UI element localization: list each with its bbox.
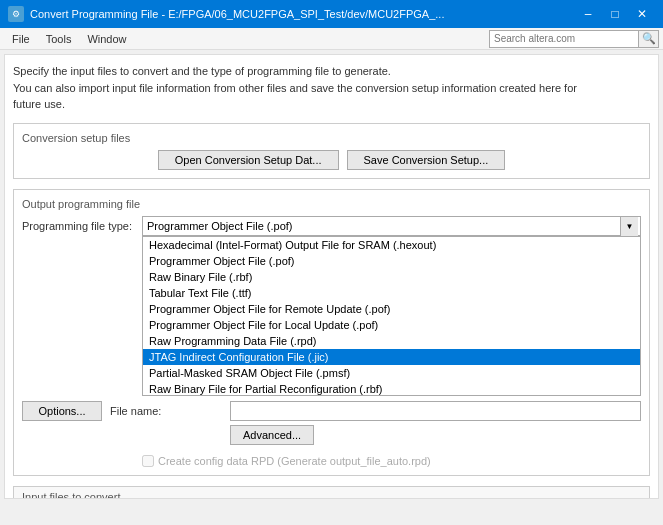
menu-tools[interactable]: Tools	[38, 31, 80, 47]
selected-file-type: Programmer Object File (.pof)	[147, 220, 292, 232]
close-button[interactable]: ✕	[629, 4, 655, 24]
checkbox-label: Create config data RPD (Generate output_…	[158, 455, 431, 467]
main-content: Specify the input files to convert and t…	[4, 54, 659, 499]
menu-bar: File Tools Window 🔍	[0, 28, 663, 50]
app-icon: ⚙	[8, 6, 24, 22]
input-section: Input files to convert File/Data area Pr…	[13, 486, 650, 500]
menu-file[interactable]: File	[4, 31, 38, 47]
minimize-button[interactable]: –	[575, 4, 601, 24]
menu-window[interactable]: Window	[79, 31, 134, 47]
maximize-button[interactable]: □	[602, 4, 628, 24]
file-type-dropdown[interactable]: Hexadecimal (Intel-Format) Output File f…	[142, 236, 641, 396]
dropdown-item-1[interactable]: Programmer Object File (.pof)	[143, 253, 640, 269]
file-type-select[interactable]: Programmer Object File (.pof) ▼	[142, 216, 641, 236]
conversion-setup-title: Conversion setup files	[22, 132, 641, 144]
dropdown-item-7[interactable]: JTAG Indirect Configuration File (.jic)	[143, 349, 640, 365]
dropdown-item-4[interactable]: Programmer Object File for Remote Update…	[143, 301, 640, 317]
search-input[interactable]	[489, 30, 639, 48]
create-config-checkbox[interactable]	[142, 455, 154, 467]
search-area: 🔍	[489, 30, 659, 48]
advanced-button[interactable]: Advanced...	[230, 425, 314, 445]
filename-input[interactable]	[230, 401, 641, 421]
description-text: Specify the input files to convert and t…	[13, 63, 650, 113]
search-button[interactable]: 🔍	[639, 30, 659, 48]
input-section-title: Input files to convert	[14, 487, 649, 500]
select-arrow-icon: ▼	[620, 217, 638, 237]
conversion-setup-section: Conversion setup files Open Conversion S…	[13, 123, 650, 179]
dropdown-item-9[interactable]: Raw Binary File for Partial Reconfigurat…	[143, 381, 640, 396]
dropdown-item-2[interactable]: Raw Binary File (.rbf)	[143, 269, 640, 285]
output-section: Output programming file Programming file…	[13, 189, 650, 476]
file-type-label: Programming file type:	[22, 220, 142, 232]
checkbox-row: Create config data RPD (Generate output_…	[142, 455, 641, 467]
file-type-row: Programming file type: Programmer Object…	[22, 216, 641, 236]
dropdown-item-3[interactable]: Tabular Text File (.ttf)	[143, 285, 640, 301]
title-bar: ⚙ Convert Programming File - E:/FPGA/06_…	[0, 0, 663, 28]
window-title: Convert Programming File - E:/FPGA/06_MC…	[30, 8, 575, 20]
description-line3: future use.	[13, 96, 650, 113]
conversion-setup-buttons: Open Conversion Setup Dat... Save Conver…	[22, 150, 641, 170]
dropdown-item-0[interactable]: Hexadecimal (Intel-Format) Output File f…	[143, 237, 640, 253]
output-title: Output programming file	[22, 198, 641, 210]
options-button[interactable]: Options...	[22, 401, 102, 421]
save-conversion-button[interactable]: Save Conversion Setup...	[347, 150, 506, 170]
description-line2: You can also import input file informati…	[13, 80, 650, 97]
open-conversion-button[interactable]: Open Conversion Setup Dat...	[158, 150, 339, 170]
dropdown-item-6[interactable]: Raw Programming Data File (.rpd)	[143, 333, 640, 349]
options-filename-row: Options... File name: Advanced...	[22, 401, 641, 449]
filename-row: File name:	[110, 401, 641, 421]
filename-label: File name:	[110, 405, 230, 417]
dropdown-item-8[interactable]: Partial-Masked SRAM Object File (.pmsf)	[143, 365, 640, 381]
dropdown-item-5[interactable]: Programmer Object File for Local Update …	[143, 317, 640, 333]
filename-area: File name: Advanced...	[110, 401, 641, 449]
window-controls: – □ ✕	[575, 4, 655, 24]
file-type-select-container: Programmer Object File (.pof) ▼ Hexadeci…	[142, 216, 641, 236]
left-buttons: Options...	[22, 401, 102, 449]
description-line1: Specify the input files to convert and t…	[13, 63, 650, 80]
